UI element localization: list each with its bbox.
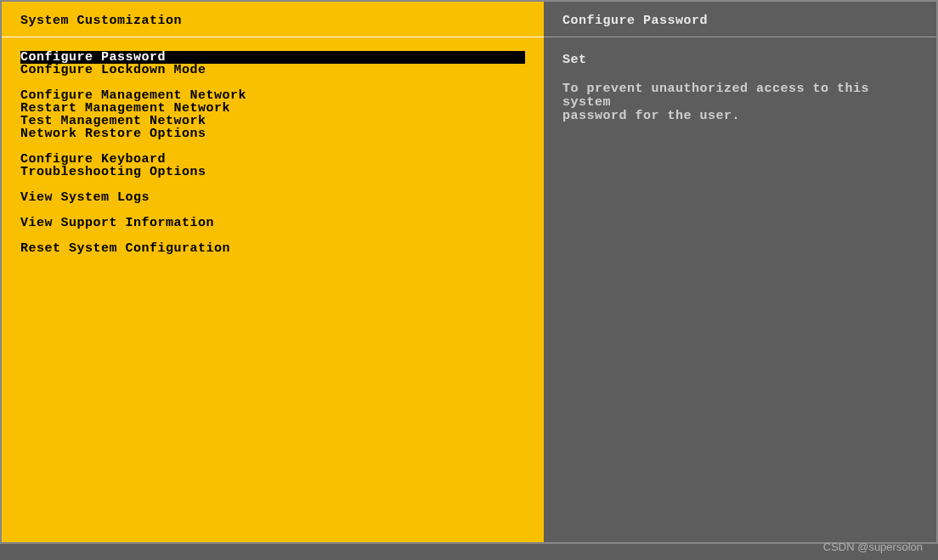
menu-configure-lockdown-mode[interactable]: Configure Lockdown Mode (20, 64, 544, 76)
detail-description: To prevent unauthorized access to this s… (562, 82, 919, 123)
left-panel-title: System Customization (2, 2, 544, 37)
watermark: CSDN @supersolon (823, 540, 923, 553)
menu-configure-management-network[interactable]: Configure Management Network (20, 89, 544, 102)
right-panel: Configure Password Set To prevent unauth… (544, 2, 936, 542)
menu-configure-keyboard[interactable]: Configure Keyboard (20, 153, 544, 166)
menu-test-management-network[interactable]: Test Management Network (20, 115, 544, 127)
menu-troubleshooting-options[interactable]: Troubleshooting Options (20, 166, 544, 178)
left-panel: System Customization Configure Password … (2, 2, 544, 542)
bottom-bar (0, 544, 938, 558)
menu-configure-password[interactable]: Configure Password (20, 51, 525, 64)
menu-view-system-logs[interactable]: View System Logs (20, 191, 544, 204)
menu-restart-management-network[interactable]: Restart Management Network (20, 102, 544, 115)
menu-network-restore-options[interactable]: Network Restore Options (20, 127, 544, 140)
detail-action: Set (562, 53, 919, 67)
right-panel-title: Configure Password (544, 2, 936, 37)
menu-list: Configure Password Configure Lockdown Mo… (2, 37, 544, 255)
detail-content: Set To prevent unauthorized access to th… (544, 37, 936, 123)
menu-view-support-information[interactable]: View Support Information (20, 217, 544, 229)
menu-reset-system-configuration[interactable]: Reset System Configuration (20, 242, 544, 255)
